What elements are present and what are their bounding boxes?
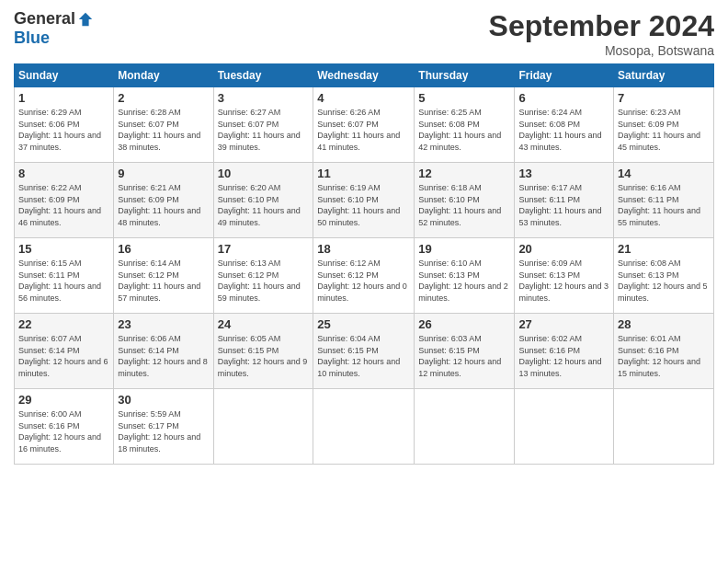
- sunset-text: Sunset: 6:12 PM: [118, 270, 179, 280]
- daylight-text: Daylight: 12 hours and 5 minutes.: [618, 282, 708, 303]
- col-saturday: Saturday: [614, 64, 714, 87]
- col-friday: Friday: [515, 64, 614, 87]
- daylight-text: Daylight: 12 hours and 18 minutes.: [118, 432, 200, 454]
- daylight-text: Daylight: 11 hours and 57 minutes.: [118, 282, 200, 303]
- sunrise-text: Sunrise: 6:26 AM: [317, 108, 381, 117]
- sunset-text: Sunset: 6:15 PM: [317, 346, 379, 355]
- sunrise-text: Sunrise: 6:24 AM: [518, 108, 582, 117]
- table-row: 21 Sunrise: 6:08 AM Sunset: 6:13 PM Dayl…: [614, 238, 714, 314]
- table-row: 11 Sunrise: 6:19 AM Sunset: 6:10 PM Dayl…: [313, 163, 415, 238]
- day-number: 28: [618, 317, 710, 331]
- sunset-text: Sunset: 6:07 PM: [317, 120, 379, 129]
- sunset-text: Sunset: 6:10 PM: [418, 195, 480, 204]
- table-row: 14 Sunrise: 6:16 AM Sunset: 6:11 PM Dayl…: [614, 163, 714, 238]
- sunrise-text: Sunrise: 6:00 AM: [18, 409, 82, 419]
- day-info: Sunrise: 6:23 AM Sunset: 6:09 PM Dayligh…: [618, 107, 710, 153]
- sunset-text: Sunset: 6:15 PM: [218, 346, 279, 355]
- day-number: 24: [218, 317, 310, 331]
- sunrise-text: Sunrise: 6:25 AM: [418, 108, 482, 117]
- day-info: Sunrise: 6:16 AM Sunset: 6:11 PM Dayligh…: [618, 182, 710, 228]
- table-row: 20 Sunrise: 6:09 AM Sunset: 6:13 PM Dayl…: [515, 238, 614, 314]
- sunset-text: Sunset: 6:10 PM: [317, 195, 379, 204]
- sunrise-text: Sunrise: 6:13 AM: [218, 259, 281, 268]
- table-row: [515, 389, 614, 465]
- col-wednesday: Wednesday: [313, 64, 415, 87]
- table-row: 25 Sunrise: 6:04 AM Sunset: 6:15 PM Dayl…: [313, 314, 415, 389]
- col-tuesday: Tuesday: [213, 64, 313, 87]
- daylight-text: Daylight: 11 hours and 38 minutes.: [118, 131, 200, 152]
- sunrise-text: Sunrise: 6:27 AM: [218, 108, 281, 117]
- logo-blue-text: Blue: [14, 29, 50, 48]
- day-number: 12: [418, 167, 510, 180]
- day-number: 18: [317, 242, 410, 256]
- day-info: Sunrise: 6:20 AM Sunset: 6:10 PM Dayligh…: [218, 182, 310, 228]
- sunset-text: Sunset: 6:08 PM: [518, 120, 580, 129]
- day-info: Sunrise: 6:28 AM Sunset: 6:07 PM Dayligh…: [118, 107, 209, 153]
- day-info: Sunrise: 6:10 AM Sunset: 6:13 PM Dayligh…: [418, 258, 510, 304]
- sunrise-text: Sunrise: 6:02 AM: [518, 334, 582, 343]
- table-row: 2 Sunrise: 6:28 AM Sunset: 6:07 PM Dayli…: [114, 87, 213, 163]
- day-info: Sunrise: 6:13 AM Sunset: 6:12 PM Dayligh…: [218, 258, 310, 304]
- table-row: 28 Sunrise: 6:01 AM Sunset: 6:16 PM Dayl…: [614, 314, 714, 389]
- sunrise-text: Sunrise: 6:15 AM: [18, 259, 82, 268]
- sunset-text: Sunset: 6:16 PM: [518, 346, 580, 355]
- daylight-text: Daylight: 11 hours and 52 minutes.: [418, 206, 501, 227]
- sunrise-text: Sunrise: 6:18 AM: [418, 183, 482, 192]
- sunset-text: Sunset: 6:11 PM: [618, 195, 679, 204]
- day-number: 29: [18, 393, 109, 407]
- day-number: 5: [418, 91, 510, 105]
- daylight-text: Daylight: 12 hours and 0 minutes.: [317, 282, 407, 303]
- sunrise-text: Sunrise: 6:09 AM: [518, 259, 582, 268]
- daylight-text: Daylight: 11 hours and 59 minutes.: [218, 282, 301, 303]
- sunset-text: Sunset: 6:16 PM: [618, 346, 679, 355]
- daylight-text: Daylight: 12 hours and 9 minutes.: [218, 357, 308, 378]
- day-number: 25: [317, 317, 410, 331]
- day-info: Sunrise: 6:05 AM Sunset: 6:15 PM Dayligh…: [218, 333, 310, 379]
- table-row: 5 Sunrise: 6:25 AM Sunset: 6:08 PM Dayli…: [415, 87, 515, 163]
- table-row: 17 Sunrise: 6:13 AM Sunset: 6:12 PM Dayl…: [213, 238, 313, 314]
- daylight-text: Daylight: 12 hours and 16 minutes.: [18, 432, 101, 454]
- sunset-text: Sunset: 6:12 PM: [317, 270, 379, 280]
- sunrise-text: Sunrise: 6:01 AM: [618, 334, 681, 343]
- day-number: 1: [18, 91, 109, 105]
- daylight-text: Daylight: 12 hours and 12 minutes.: [418, 357, 501, 378]
- day-info: Sunrise: 6:14 AM Sunset: 6:12 PM Dayligh…: [118, 258, 209, 304]
- table-row: 10 Sunrise: 6:20 AM Sunset: 6:10 PM Dayl…: [213, 163, 313, 238]
- daylight-text: Daylight: 11 hours and 55 minutes.: [618, 206, 700, 227]
- sunset-text: Sunset: 6:09 PM: [118, 195, 179, 204]
- daylight-text: Daylight: 12 hours and 10 minutes.: [317, 357, 400, 378]
- sunset-text: Sunset: 6:06 PM: [18, 120, 80, 129]
- table-row: 24 Sunrise: 6:05 AM Sunset: 6:15 PM Dayl…: [213, 314, 313, 389]
- day-info: Sunrise: 6:09 AM Sunset: 6:13 PM Dayligh…: [518, 258, 609, 304]
- day-info: Sunrise: 6:19 AM Sunset: 6:10 PM Dayligh…: [317, 182, 410, 228]
- table-row: 16 Sunrise: 6:14 AM Sunset: 6:12 PM Dayl…: [114, 238, 213, 314]
- day-number: 13: [518, 167, 609, 180]
- sunset-text: Sunset: 6:11 PM: [518, 195, 580, 204]
- sunrise-text: Sunrise: 6:06 AM: [118, 334, 181, 343]
- daylight-text: Daylight: 11 hours and 43 minutes.: [518, 131, 601, 152]
- day-info: Sunrise: 5:59 AM Sunset: 6:17 PM Dayligh…: [118, 408, 209, 454]
- day-info: Sunrise: 6:08 AM Sunset: 6:13 PM Dayligh…: [618, 258, 710, 304]
- col-sunday: Sunday: [15, 64, 114, 87]
- col-monday: Monday: [114, 64, 213, 87]
- logo: General Blue: [14, 9, 94, 48]
- daylight-text: Daylight: 11 hours and 49 minutes.: [218, 206, 301, 227]
- table-row: 12 Sunrise: 6:18 AM Sunset: 6:10 PM Dayl…: [415, 163, 515, 238]
- sunrise-text: Sunrise: 6:20 AM: [218, 183, 281, 192]
- page-container: General Blue September 2024 Mosopa, Bots…: [0, 0, 728, 474]
- sunset-text: Sunset: 6:08 PM: [418, 120, 480, 129]
- sunrise-text: Sunrise: 6:21 AM: [118, 183, 181, 192]
- day-info: Sunrise: 6:17 AM Sunset: 6:11 PM Dayligh…: [518, 182, 609, 228]
- day-info: Sunrise: 6:21 AM Sunset: 6:09 PM Dayligh…: [118, 182, 209, 228]
- table-row: 4 Sunrise: 6:26 AM Sunset: 6:07 PM Dayli…: [313, 87, 415, 163]
- location: Mosopa, Botswana: [489, 43, 714, 58]
- day-number: 4: [317, 91, 410, 105]
- day-info: Sunrise: 6:01 AM Sunset: 6:16 PM Dayligh…: [618, 333, 710, 379]
- table-row: [415, 389, 515, 465]
- table-row: 29 Sunrise: 6:00 AM Sunset: 6:16 PM Dayl…: [15, 389, 114, 465]
- day-number: 19: [418, 242, 510, 256]
- table-row: [614, 389, 714, 465]
- day-info: Sunrise: 6:24 AM Sunset: 6:08 PM Dayligh…: [518, 107, 609, 153]
- table-row: 3 Sunrise: 6:27 AM Sunset: 6:07 PM Dayli…: [213, 87, 313, 163]
- sunrise-text: Sunrise: 6:14 AM: [118, 259, 181, 268]
